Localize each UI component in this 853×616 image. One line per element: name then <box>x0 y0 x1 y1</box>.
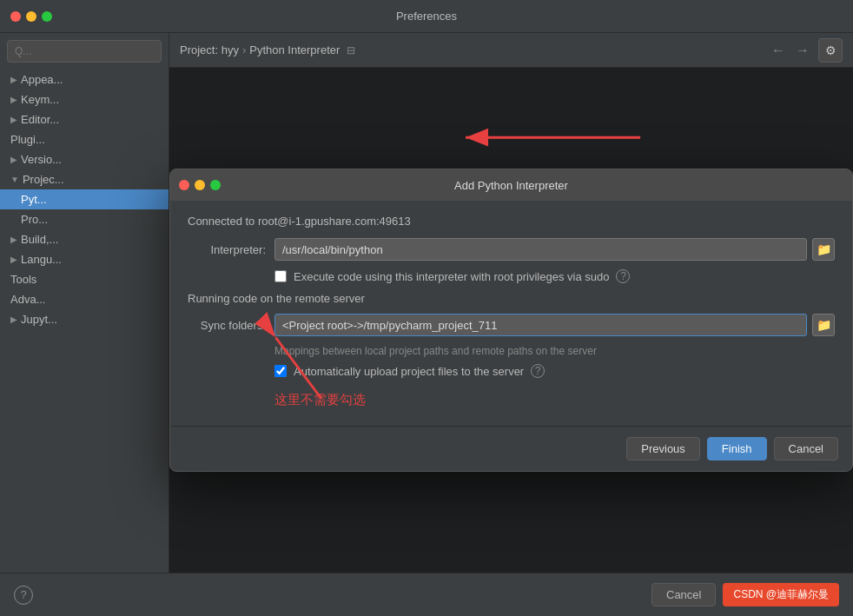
connection-info: Connected to root@i-1.gpushare.com:49613 <box>188 215 835 228</box>
running-section-title: Running code on the remote server <box>188 292 835 305</box>
previous-button[interactable]: Previous <box>626 437 700 460</box>
sidebar-item-label: Versio... <box>21 153 62 166</box>
interpreter-input-wrapper: 📁 <box>274 238 835 261</box>
sidebar-item-python-interpreter[interactable]: Pyt... <box>0 189 169 209</box>
execute-sudo-label: Execute code using this interpreter with… <box>294 270 609 283</box>
annotation-text: 这里不需要勾选 <box>274 392 366 407</box>
sync-folders-folder-button[interactable]: 📁 <box>812 314 835 336</box>
bottom-bar-left: ? <box>14 586 33 605</box>
sidebar-item-jupyter[interactable]: ▶ Jupyt... <box>0 309 169 329</box>
window-title: Preferences <box>396 10 457 23</box>
dialog-body: Connected to root@i-1.gpushare.com:49613… <box>170 201 852 426</box>
preferences-window: Preferences ▶ Appea... ▶ Keym... ▶ Edito… <box>0 0 853 616</box>
chevron-icon: ▶ <box>10 315 17 324</box>
chevron-icon: ▶ <box>10 95 17 104</box>
execute-sudo-checkbox[interactable] <box>274 270 287 282</box>
sidebar-item-label: Appea... <box>21 73 63 86</box>
auto-upload-label: Automatically upload project files to th… <box>294 365 524 378</box>
cancel-button[interactable]: Cancel <box>651 583 716 606</box>
sidebar-item-label: Pyt... <box>21 193 47 206</box>
interpreter-label: Interpreter: <box>188 243 266 256</box>
sidebar-item-label: Tools <box>10 273 36 286</box>
chevron-icon: ▼ <box>10 175 19 184</box>
sidebar-item-label: Keym... <box>21 93 59 106</box>
add-interpreter-dialog: Add Python Interpreter Connected to root… <box>169 169 853 472</box>
close-button[interactable] <box>10 11 21 22</box>
chevron-icon: ▶ <box>10 235 17 244</box>
sync-folders-input-wrapper: 📁 <box>274 314 835 336</box>
chevron-icon: ▶ <box>10 75 17 84</box>
title-bar: Preferences <box>0 0 853 33</box>
sidebar-item-keymap[interactable]: ▶ Keym... <box>0 89 169 109</box>
main-panel: Project: hyy › Python Interpreter ⊟ ← → … <box>169 33 853 573</box>
breadcrumb-interpreter: Python Interpreter <box>249 43 340 56</box>
search-input[interactable] <box>15 45 154 57</box>
sync-folders-label: Sync folders: <box>188 319 266 332</box>
sync-hint: Mappings between local project paths and… <box>274 345 835 357</box>
breadcrumb-project: Project: hyy <box>180 43 239 56</box>
sidebar-item-project-structure[interactable]: Pro... <box>0 209 169 229</box>
sidebar-item-label: Editor... <box>21 113 59 126</box>
sidebar-item-label: Jupyt... <box>21 313 57 326</box>
sidebar-item-project[interactable]: ▼ Projec... <box>0 169 169 189</box>
panel-content: Add Python Interpreter Connected to root… <box>169 68 853 573</box>
dialog-footer: Previous Finish Cancel <box>170 426 852 471</box>
settings-gear-button[interactable]: ⚙ <box>818 38 843 63</box>
sidebar-item-appearance[interactable]: ▶ Appea... <box>0 70 169 89</box>
auto-upload-checkbox[interactable] <box>274 365 287 377</box>
dialog-overlay: Add Python Interpreter Connected to root… <box>169 68 853 573</box>
sidebar-item-editor[interactable]: ▶ Editor... <box>0 109 169 129</box>
breadcrumb: Project: hyy › Python Interpreter ⊟ <box>180 43 355 56</box>
sidebar-item-label: Plugi... <box>10 133 45 146</box>
sidebar-item-build[interactable]: ▶ Build,... <box>0 229 169 249</box>
sidebar: ▶ Appea... ▶ Keym... ▶ Editor... Plugi..… <box>0 33 169 573</box>
bottom-bar: ? Cancel CSDN @迪菲赫尔曼 <box>0 573 853 616</box>
sidebar-item-advanced[interactable]: Adva... <box>0 289 169 309</box>
interpreter-folder-button[interactable]: 📁 <box>812 238 835 261</box>
sidebar-item-languages[interactable]: ▶ Langu... <box>0 249 169 269</box>
minimize-button[interactable] <box>26 11 36 22</box>
finish-button[interactable]: Finish <box>707 437 767 460</box>
back-button[interactable]: ← <box>768 40 789 61</box>
csdn-button[interactable]: CSDN @迪菲赫尔曼 <box>723 583 839 606</box>
execute-sudo-row: Execute code using this interpreter with… <box>274 269 835 283</box>
tab-icon: ⊟ <box>347 44 355 56</box>
cancel-dialog-button[interactable]: Cancel <box>774 437 838 460</box>
sidebar-item-label: Build,... <box>21 233 58 246</box>
traffic-lights <box>10 11 52 22</box>
panel-header: Project: hyy › Python Interpreter ⊟ ← → … <box>169 33 853 68</box>
content-area: ▶ Appea... ▶ Keym... ▶ Editor... Plugi..… <box>0 33 853 573</box>
sidebar-item-label: Adva... <box>10 293 45 306</box>
sidebar-item-label: Langu... <box>21 253 62 266</box>
dialog-maximize-button[interactable] <box>210 180 221 190</box>
help-button[interactable]: ? <box>14 586 33 605</box>
interpreter-input[interactable] <box>274 238 807 261</box>
forward-button[interactable]: → <box>792 40 813 61</box>
maximize-button[interactable] <box>42 11 52 22</box>
chevron-icon: ▶ <box>10 155 17 164</box>
search-box[interactable] <box>7 40 162 63</box>
dialog-minimize-button[interactable] <box>195 180 205 190</box>
auto-upload-row: Automatically upload project files to th… <box>274 364 835 378</box>
dialog-close-button[interactable] <box>179 180 189 190</box>
sidebar-item-version[interactable]: ▶ Versio... <box>0 149 169 169</box>
sync-folders-input[interactable] <box>274 314 807 336</box>
chevron-icon: ▶ <box>10 255 17 264</box>
sidebar-item-label: Pro... <box>21 213 48 226</box>
execute-sudo-help-icon[interactable]: ? <box>616 269 630 283</box>
chevron-icon: ▶ <box>10 115 17 124</box>
bottom-bar-right: Cancel CSDN @迪菲赫尔曼 <box>651 583 839 606</box>
sync-folders-row: Sync folders: 📁 <box>188 314 835 336</box>
nav-arrows: ← → <box>768 40 813 61</box>
dialog-title: Add Python Interpreter <box>454 179 568 192</box>
sidebar-item-label: Projec... <box>23 173 64 186</box>
sidebar-item-tools[interactable]: Tools <box>0 269 169 289</box>
breadcrumb-separator: › <box>242 43 246 56</box>
auto-upload-help-icon[interactable]: ? <box>531 364 545 378</box>
interpreter-row: Interpreter: 📁 <box>188 238 835 261</box>
sidebar-item-plugins[interactable]: Plugi... <box>0 129 169 149</box>
dialog-title-bar: Add Python Interpreter <box>170 169 852 201</box>
dialog-traffic-lights <box>179 180 221 190</box>
